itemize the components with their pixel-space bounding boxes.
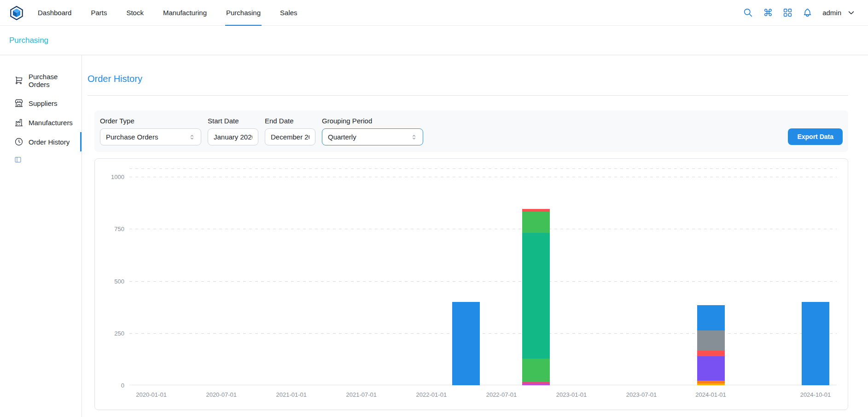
- breadcrumb-purchasing[interactable]: Purchasing: [9, 36, 48, 45]
- y-tick-label: 0: [121, 382, 124, 389]
- export-data-button[interactable]: Export Data: [788, 128, 843, 145]
- x-tick-label: 2023-01-01: [556, 391, 587, 398]
- order-type-label: Order Type: [100, 117, 201, 125]
- username-label: admin: [822, 9, 841, 17]
- app-logo-icon[interactable]: [9, 6, 24, 20]
- y-tick-label: 250: [114, 330, 124, 336]
- gridline-250: [129, 333, 837, 334]
- end-date-group: End Date: [265, 117, 315, 145]
- sidebar-item-order-history[interactable]: Order History: [0, 132, 82, 151]
- bar-segment: [522, 359, 550, 382]
- shopping-cart-icon: [14, 76, 23, 85]
- building-factory-icon: [14, 118, 23, 127]
- gridline-top: [129, 168, 837, 169]
- order-type-select[interactable]: Purchase Orders: [100, 128, 201, 145]
- x-tick-label: 2020-01-01: [136, 391, 167, 398]
- tab-parts[interactable]: Parts: [90, 0, 108, 26]
- breadcrumb: Purchasing: [0, 26, 868, 55]
- x-tick-label: 2023-07-01: [626, 391, 657, 398]
- x-tick-label: 2021-01-01: [276, 391, 307, 398]
- building-store-icon: [14, 98, 23, 108]
- grouping-period-group: Grouping Period Quarterly: [322, 117, 423, 145]
- navbar-actions: ⌘ admin: [743, 8, 855, 17]
- tab-sales[interactable]: Sales: [279, 0, 298, 26]
- sidebar-item-label: Manufacturers: [29, 119, 73, 127]
- sidebar-collapse-icon[interactable]: [14, 156, 23, 163]
- gridline-1000: [129, 177, 837, 177]
- bar-segment: [697, 330, 725, 351]
- bar-segment: [522, 212, 550, 233]
- y-tick-label: 750: [114, 226, 124, 232]
- bar-segment: [697, 356, 725, 381]
- sidebar-item-manufacturers[interactable]: Manufacturers: [0, 113, 82, 132]
- grouping-period-label: Grouping Period: [322, 117, 423, 125]
- bar-segment: [522, 384, 550, 385]
- filter-panel: Order Type Purchase Orders Start Date En…: [94, 110, 848, 152]
- grouping-period-select[interactable]: Quarterly: [322, 128, 423, 145]
- top-navbar: Dashboard Parts Stock Manufacturing Purc…: [0, 0, 868, 26]
- sidebar-item-suppliers[interactable]: Suppliers: [0, 93, 82, 113]
- title-divider: [87, 95, 848, 96]
- tab-stock[interactable]: Stock: [125, 0, 145, 26]
- stacked-bar-2024-10-01: [802, 302, 829, 385]
- bar-segment: [697, 383, 725, 385]
- sidebar-item-purchase-orders[interactable]: Purchase Orders: [0, 68, 82, 93]
- start-date-label: Start Date: [208, 117, 258, 125]
- start-date-group: Start Date: [208, 117, 258, 145]
- x-tick-label: 2020-07-01: [206, 391, 237, 398]
- tab-manufacturing[interactable]: Manufacturing: [162, 0, 208, 26]
- gridline-750: [129, 229, 837, 229]
- plot-area: 1000 750 500 250 0 2020-01-01 2020-07-01…: [129, 168, 837, 385]
- gridline-500: [129, 281, 837, 282]
- x-axis-line: [129, 385, 837, 385]
- main-nav-tabs: Dashboard Parts Stock Manufacturing Purc…: [37, 0, 316, 26]
- x-tick-label: 2021-07-01: [346, 391, 377, 398]
- x-tick-label: 2024-10-01: [800, 391, 831, 398]
- purchasing-sidebar: Purchase Orders Suppliers Manufacturers …: [0, 55, 82, 417]
- x-tick-label: 2024-01-01: [695, 391, 726, 398]
- select-chevrons-icon: [189, 134, 195, 140]
- user-menu[interactable]: admin: [822, 9, 855, 17]
- y-tick-label: 1000: [111, 174, 124, 180]
- y-tick-label: 500: [114, 278, 124, 284]
- sidebar-item-label: Suppliers: [29, 99, 58, 107]
- command-palette-icon[interactable]: ⌘: [763, 8, 773, 17]
- page-title: Order History: [87, 74, 848, 84]
- start-date-input[interactable]: [208, 128, 258, 145]
- x-tick-label: 2022-07-01: [486, 391, 517, 398]
- tab-purchasing[interactable]: Purchasing: [225, 0, 262, 26]
- stacked-bar-2022-04-01: [452, 302, 480, 385]
- history-clock-icon: [14, 137, 23, 146]
- tab-dashboard[interactable]: Dashboard: [37, 0, 72, 26]
- bar-segment: [697, 305, 725, 330]
- notifications-bell-icon[interactable]: [803, 8, 812, 17]
- stacked-bar-2024-01-01: [697, 305, 725, 385]
- main-panel: Order History Order Type Purchase Orders…: [82, 55, 868, 417]
- stacked-bar-2022-10-01: [522, 209, 550, 385]
- order-type-group: Order Type Purchase Orders: [100, 117, 201, 145]
- order-type-value: Purchase Orders: [106, 133, 158, 141]
- end-date-input[interactable]: [265, 128, 315, 145]
- grouping-period-value: Quarterly: [328, 133, 356, 141]
- select-chevrons-icon: [411, 134, 417, 140]
- chevron-down-icon: [847, 9, 855, 17]
- sidebar-item-label: Purchase Orders: [29, 73, 78, 88]
- x-tick-label: 2022-01-01: [416, 391, 447, 398]
- bar-segment: [802, 302, 829, 385]
- bar-segment: [452, 302, 480, 385]
- bar-segment: [697, 351, 725, 356]
- bar-segment: [522, 233, 550, 359]
- content-area: Purchase Orders Suppliers Manufacturers …: [0, 55, 868, 417]
- order-history-chart-card: 1000 750 500 250 0 2020-01-01 2020-07-01…: [94, 158, 848, 410]
- sidebar-item-label: Order History: [29, 138, 70, 146]
- barcode-scan-icon[interactable]: [783, 8, 792, 17]
- search-icon[interactable]: [743, 8, 753, 17]
- end-date-label: End Date: [265, 117, 315, 125]
